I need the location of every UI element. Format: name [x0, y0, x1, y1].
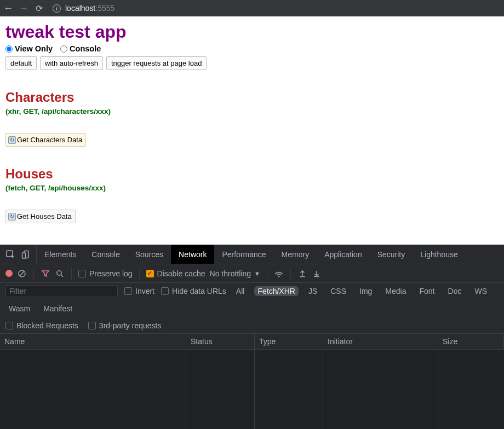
tab-lighthouse[interactable]: Lighthouse: [413, 245, 466, 264]
svg-line-4: [20, 271, 24, 276]
svg-rect-2: [22, 253, 25, 258]
filter-fetch-xhr[interactable]: Fetch/XHR: [254, 286, 298, 296]
section-heading-houses: Houses: [5, 166, 499, 182]
hide-data-urls-checkbox[interactable]: Hide data URLs: [161, 287, 226, 295]
record-icon[interactable]: [5, 270, 13, 277]
svg-line-6: [61, 275, 63, 277]
devtools-panel: Elements Console Sources Network Perform…: [0, 245, 504, 429]
mode-radio-group: View Only Console: [5, 44, 499, 53]
invert-checkbox[interactable]: Invert: [124, 287, 154, 295]
reload-icon[interactable]: ⟳: [34, 3, 44, 14]
network-conditions-icon[interactable]: [274, 269, 284, 278]
tab-auto-refresh[interactable]: with auto-refresh: [40, 56, 103, 70]
third-party-checkbox[interactable]: 3rd-party requests: [88, 321, 162, 330]
filter-icon[interactable]: [41, 269, 50, 278]
filter-manifest[interactable]: Manifest: [40, 304, 76, 314]
chevron-down-icon: ▼: [254, 270, 260, 277]
preserve-log-checkbox[interactable]: Preserve log: [78, 269, 133, 278]
filter-css[interactable]: CSS: [327, 286, 350, 296]
device-toggle-icon[interactable]: [21, 250, 31, 259]
api-characters: (xhr, GET, /api/characters/xxx): [5, 107, 499, 115]
radio-view-only[interactable]: View Only: [5, 44, 53, 53]
filter-doc[interactable]: Doc: [445, 286, 465, 296]
tab-default[interactable]: default: [5, 56, 37, 70]
refresh-icon: ↻: [8, 136, 16, 144]
address-bar[interactable]: i localhost:5555: [53, 4, 114, 13]
filter-js[interactable]: JS: [305, 286, 320, 296]
network-filter-bar: Invert Hide data URLs All Fetch/XHR JS C…: [0, 283, 504, 334]
clear-icon[interactable]: [17, 269, 27, 278]
export-har-icon[interactable]: [312, 269, 322, 278]
radio-console[interactable]: Console: [60, 44, 101, 53]
search-icon[interactable]: [55, 269, 65, 278]
blocked-requests-checkbox[interactable]: Blocked Requests: [5, 321, 78, 330]
filter-wasm[interactable]: Wasm: [5, 304, 33, 314]
url-port: :5555: [95, 4, 114, 13]
tab-network[interactable]: Network: [171, 245, 214, 264]
col-initiator[interactable]: Initiator: [323, 334, 438, 349]
filter-font[interactable]: Font: [416, 286, 438, 296]
section-heading-characters: Characters: [5, 90, 499, 105]
url-host: localhost: [65, 4, 95, 13]
import-har-icon[interactable]: [297, 269, 307, 278]
throttling-select[interactable]: No throttling ▼: [210, 269, 260, 278]
col-name[interactable]: Name: [0, 334, 186, 349]
network-table-header: Name Status Type Initiator Size: [0, 334, 504, 350]
tab-security[interactable]: Security: [370, 245, 413, 264]
tab-elements[interactable]: Elements: [37, 245, 84, 264]
svg-point-7: [278, 276, 280, 277]
api-houses: (fetch, GET, /api/houses/xxx): [5, 184, 499, 192]
browser-toolbar: ← → ⟳ i localhost:5555: [0, 0, 504, 16]
get-houses-button[interactable]: ↻ Get Houses Data: [5, 210, 76, 223]
tab-memory[interactable]: Memory: [274, 245, 317, 264]
nav-forward-icon[interactable]: →: [19, 3, 28, 14]
site-info-icon[interactable]: i: [53, 4, 61, 13]
col-status[interactable]: Status: [186, 334, 255, 349]
filter-all[interactable]: All: [233, 286, 248, 296]
page-content: tweak test app View Only Console default…: [0, 16, 504, 245]
inspect-element-icon[interactable]: [5, 250, 15, 259]
tab-performance[interactable]: Performance: [214, 245, 273, 264]
filter-input[interactable]: [5, 285, 118, 297]
col-size[interactable]: Size: [438, 334, 504, 349]
nav-back-icon[interactable]: ←: [3, 3, 13, 14]
radio-console-input[interactable]: [60, 45, 67, 53]
tab-application[interactable]: Application: [317, 245, 370, 264]
network-table-body: [0, 350, 504, 429]
filter-media[interactable]: Media: [382, 286, 409, 296]
filter-ws[interactable]: WS: [471, 286, 490, 296]
devtools-tabs: Elements Console Sources Network Perform…: [0, 245, 504, 264]
disable-cache-checkbox[interactable]: ✓ Disable cache: [146, 269, 205, 278]
preset-tabs: default with auto-refresh trigger reques…: [5, 56, 499, 70]
radio-view-only-input[interactable]: [5, 45, 13, 53]
tab-console[interactable]: Console: [84, 245, 127, 264]
refresh-icon: ↻: [8, 213, 16, 221]
network-toolbar: Preserve log ✓ Disable cache No throttli…: [0, 264, 504, 283]
col-type[interactable]: Type: [255, 334, 323, 349]
get-characters-button[interactable]: ↻ Get Characters Data: [5, 133, 86, 147]
svg-point-5: [57, 270, 61, 275]
filter-img[interactable]: Img: [356, 286, 375, 296]
tab-sources[interactable]: Sources: [128, 245, 171, 264]
tab-trigger-load[interactable]: trigger requests at page load: [106, 56, 207, 70]
page-title: tweak test app: [5, 22, 499, 42]
